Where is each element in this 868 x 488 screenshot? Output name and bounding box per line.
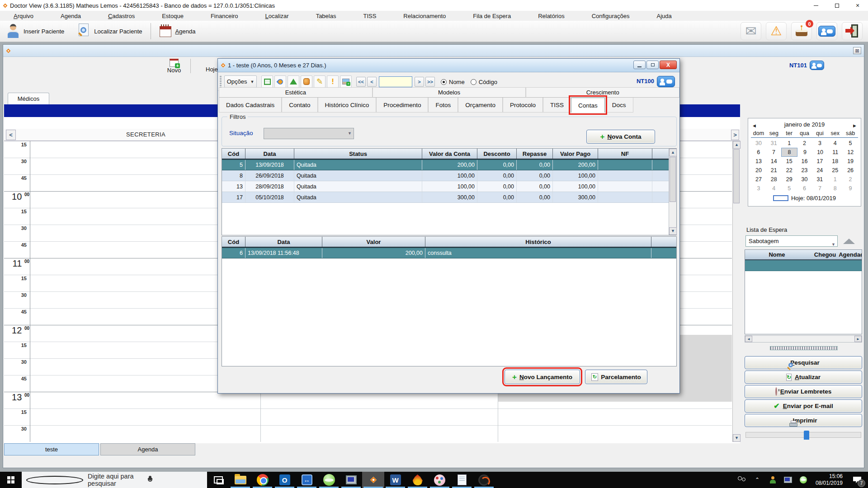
green-tray-icon[interactable] — [797, 472, 810, 488]
scroll-down-icon[interactable]: ▼ — [669, 227, 677, 235]
column-header-co-d[interactable]: Cód — [222, 237, 245, 247]
delphi-taskbar-button[interactable] — [340, 472, 362, 488]
scroll-left-icon[interactable]: ◄ — [745, 336, 752, 342]
mdi-close-button[interactable]: ⊠ — [853, 47, 861, 54]
waitlist-header-chegou[interactable]: Chegou — [809, 251, 836, 258]
mail-icon[interactable]: ✉ — [741, 22, 761, 40]
pesquisar-button[interactable]: Pesquisar — [745, 356, 862, 369]
pencil-icon[interactable]: ✎ — [314, 75, 326, 88]
menu-item-agenda[interactable]: Agenda — [47, 13, 94, 19]
splitter-handle[interactable] — [770, 346, 838, 350]
teamviewer-taskbar-button[interactable] — [296, 472, 318, 488]
scroll-up-icon[interactable]: ▲ — [669, 149, 677, 156]
growth-icon[interactable] — [288, 75, 299, 88]
calendar-today-label[interactable]: Hoje: 08/01/2019 — [791, 195, 836, 202]
calendar-day[interactable]: 21 — [766, 166, 782, 175]
outlook-taskbar-button[interactable] — [274, 472, 296, 488]
nav-next-button[interactable]: > — [415, 77, 424, 87]
calendar-day[interactable]: 6 — [797, 184, 812, 193]
scroll-right-button[interactable]: > — [731, 130, 739, 140]
tab-docs[interactable]: Docs — [605, 98, 633, 113]
calendar-day[interactable]: 5 — [843, 139, 858, 148]
tab-este-tica[interactable]: Estética — [219, 87, 373, 98]
tab-fotos[interactable]: Fotos — [428, 98, 458, 113]
menu-item-estoque[interactable]: Estoque — [148, 13, 197, 19]
calendar-day[interactable]: 30 — [797, 175, 812, 184]
dialog-close-button[interactable]: X — [660, 61, 677, 69]
account-row[interactable]: 1328/09/2018Quitada100,000,000,00100,00 — [222, 181, 676, 192]
tab-histo-rico-cli-nico[interactable]: Histórico Clínico — [318, 98, 377, 113]
calendar-day[interactable]: 14 — [766, 157, 782, 166]
nova-conta-button[interactable]: + Nova Conta — [586, 130, 655, 144]
calendar-prev-icon[interactable]: ◄ — [752, 121, 757, 130]
calendar-day[interactable]: 9 — [843, 184, 858, 193]
menu-item-cadastros[interactable]: Cadastros — [94, 13, 148, 19]
calendar-day[interactable]: 16 — [797, 157, 812, 166]
notepad-taskbar-button[interactable] — [451, 472, 473, 488]
calendar-day[interactable]: 3 — [812, 139, 827, 148]
zoom-slider[interactable] — [745, 432, 861, 438]
menu-item-financeiro[interactable]: Financeiro — [197, 13, 252, 19]
records-icon[interactable] — [261, 75, 273, 88]
calendar-day[interactable]: 15 — [782, 157, 797, 166]
scroll-up-icon[interactable]: ▲ — [733, 141, 741, 149]
calendar-day[interactable]: 2 — [797, 139, 812, 148]
tab-protocolo[interactable]: Protocolo — [503, 98, 543, 113]
calendar-day[interactable]: 26 — [843, 166, 858, 175]
calendar-day[interactable]: 24 — [812, 166, 827, 175]
opcoes-button[interactable]: Opções▼ — [224, 75, 257, 88]
menu-item-relato-rios[interactable]: Relatórios — [524, 13, 578, 19]
user-tray-icon[interactable] — [766, 472, 779, 488]
menu-item-relacionamento[interactable]: Relacionamento — [390, 13, 459, 19]
winamp-taskbar-button[interactable] — [406, 472, 429, 488]
menu-item-tiss[interactable]: TISS — [349, 13, 390, 19]
column-header-valor-pago[interactable]: Valor Pago — [553, 149, 598, 159]
tab-contato[interactable]: Contato — [282, 98, 317, 113]
table-vscrollbar[interactable]: ▲▼ — [669, 149, 676, 235]
agenda-vscrollbar[interactable]: ▲ ▼ — [732, 141, 740, 442]
scroll-thumb[interactable] — [733, 149, 740, 203]
calendar-day[interactable]: 8 — [827, 184, 843, 193]
drop-add-icon[interactable] — [274, 75, 286, 88]
account-row[interactable]: 1705/10/2018Quitada300,000,000,00300,00 — [222, 192, 676, 203]
tab-modelos[interactable]: Modelos — [373, 87, 526, 98]
entry-row[interactable]: 613/09/2018 11:56:48200,00conssulta — [222, 248, 676, 258]
tab-procedimento[interactable]: Procedimento — [376, 98, 428, 113]
calendar-day[interactable]: 30 — [751, 139, 766, 148]
menu-item-fila-de-espera[interactable]: Fila de Espera — [459, 13, 524, 19]
calendar-day[interactable]: 6 — [751, 148, 766, 157]
agenda-button[interactable]: Agenda — [153, 21, 202, 42]
birthday-icon[interactable]: 0 — [791, 22, 812, 40]
calendar-day[interactable]: 7 — [766, 148, 782, 157]
calendar-day[interactable]: 11 — [828, 148, 843, 157]
alert-icon[interactable]: ! — [327, 75, 339, 88]
tab-tiss[interactable]: TISS — [543, 98, 571, 113]
calendar-day[interactable]: 4 — [827, 139, 843, 148]
calendar-day[interactable]: 10 — [812, 148, 828, 157]
calendar-next-icon[interactable]: ► — [852, 121, 857, 130]
taskbar-clock[interactable]: 15:06 08/01/2019 — [812, 473, 846, 487]
calendar-day[interactable]: 9 — [797, 148, 813, 157]
photoscape-palette-taskbar-button[interactable] — [429, 472, 451, 488]
waitlist-header-agendado[interactable]: Agendado — [836, 251, 862, 258]
menu-item-localizar[interactable]: Localizar — [252, 13, 302, 19]
scroll-left-button[interactable]: < — [6, 130, 16, 140]
calendar-day[interactable]: 13 — [751, 157, 766, 166]
nav-first-button[interactable]: << — [356, 77, 366, 87]
waitlist-selected-row[interactable] — [745, 260, 862, 271]
patient-search-input[interactable] — [379, 76, 412, 87]
waitlist-header-nome[interactable]: Nome — [745, 251, 809, 258]
calendar-day[interactable]: 28 — [766, 175, 782, 184]
waitlist-hscrollbar[interactable]: ◄ ► — [745, 335, 862, 343]
jar-icon[interactable] — [301, 75, 312, 88]
account-row[interactable]: 826/09/2018Quitada100,000,000,00100,00 — [222, 170, 676, 181]
time-slot-row[interactable]: 15 — [4, 408, 732, 425]
column-header-data[interactable]: Data — [245, 149, 294, 159]
scroll-down-icon[interactable]: ▼ — [733, 434, 741, 442]
menu-item-configurac-o-es[interactable]: Configurações — [578, 13, 643, 19]
calendar-day[interactable]: 1 — [827, 175, 843, 184]
waitlist-dropdown[interactable]: Sabotagem ▼ — [745, 235, 838, 247]
scroll-thumb[interactable] — [670, 157, 676, 202]
taskbar-search[interactable]: Digite aqui para pesquisar — [22, 472, 207, 488]
waitlist-table[interactable]: NomeChegouAgendado — [745, 249, 862, 334]
